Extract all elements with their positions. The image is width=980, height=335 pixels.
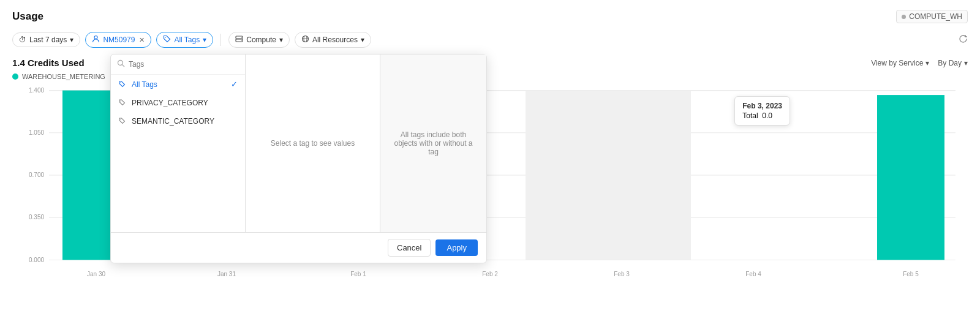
bar-feb3-bg — [526, 91, 691, 260]
dropdown-columns: All Tags ✓ PRIVACY_CATEGORY — [111, 55, 486, 232]
svg-text:Feb 2: Feb 2 — [482, 271, 498, 277]
svg-line-3 — [123, 65, 125, 67]
view-by-service-button[interactable]: View by Service ▾ — [871, 59, 929, 67]
by-day-label: By Day — [938, 59, 962, 67]
svg-point-10 — [241, 40, 242, 40]
user-filter[interactable]: NM50979 ✕ — [85, 32, 151, 48]
svg-text:Jan 31: Jan 31 — [217, 271, 236, 277]
tags-search-row[interactable] — [111, 55, 245, 75]
view-by-chevron-icon: ▾ — [925, 59, 929, 67]
bar-feb5[interactable] — [877, 95, 944, 260]
tag-list: All Tags ✓ PRIVACY_CATEGORY — [111, 75, 245, 232]
tag-item-label-all-tags: All Tags — [132, 80, 157, 89]
view-by-label: View by Service — [871, 59, 923, 67]
svg-text:1.400: 1.400 — [29, 87, 44, 94]
user-icon — [92, 35, 100, 45]
cancel-button[interactable]: Cancel — [388, 239, 431, 257]
page-container: Usage COMPUTE_WH ⏱ Last 7 days ▾ NM50979… — [0, 0, 980, 335]
tags-column: All Tags ✓ PRIVACY_CATEGORY — [111, 55, 246, 232]
tag-item-icon-privacy — [118, 99, 127, 107]
refresh-button[interactable] — [959, 34, 968, 45]
chart-tooltip: Feb 3, 2023 Total 0.0 — [734, 96, 790, 126]
compute-badge-label: COMPUTE_WH — [909, 12, 962, 21]
compute-badge: COMPUTE_WH — [896, 10, 968, 23]
tags-filter-label: All Tags — [174, 36, 200, 44]
filter-separator — [221, 34, 221, 46]
svg-point-0 — [94, 36, 97, 39]
tooltip-total: Total 0.0 — [742, 111, 782, 120]
by-day-button[interactable]: By Day ▾ — [938, 59, 968, 67]
tags-search-input[interactable] — [129, 60, 239, 69]
svg-text:Feb 5: Feb 5 — [903, 271, 919, 277]
resources-filter[interactable]: All Resources ▾ — [295, 32, 371, 48]
svg-point-5 — [120, 100, 121, 101]
svg-text:Feb 4: Feb 4 — [745, 271, 761, 277]
tag-item-semantic[interactable]: SEMANTIC_CATEGORY — [111, 112, 245, 130]
svg-point-9 — [241, 37, 242, 37]
svg-point-2 — [118, 61, 123, 66]
check-icon-all-tags: ✓ — [231, 80, 238, 89]
credits-title: 1.4 Credits Used — [12, 58, 85, 68]
compute-chevron-icon: ▾ — [279, 36, 283, 44]
tag-icon — [163, 35, 171, 45]
chart-controls: View by Service ▾ By Day ▾ — [871, 59, 968, 67]
chevron-down-icon: ▾ — [70, 36, 74, 44]
compute-status-dot — [902, 15, 906, 19]
info-text: All tags include both objects with or wi… — [390, 130, 477, 156]
tag-item-label-privacy: PRIVACY_CATEGORY — [132, 99, 208, 107]
svg-text:0.000: 0.000 — [29, 256, 44, 263]
server-icon — [235, 35, 243, 45]
by-day-chevron-icon: ▾ — [964, 59, 968, 67]
svg-text:0.700: 0.700 — [29, 171, 44, 178]
svg-text:Jan 30: Jan 30 — [87, 271, 105, 277]
page-title: Usage — [12, 10, 43, 23]
user-filter-remove[interactable]: ✕ — [139, 36, 145, 44]
tags-filter[interactable]: All Tags ▾ — [156, 32, 213, 48]
svg-point-1 — [165, 37, 167, 38]
info-column: All tags include both objects with or wi… — [380, 55, 486, 232]
values-column: Select a tag to see values — [246, 55, 380, 232]
clock-icon: ⏱ — [19, 36, 26, 44]
tags-dropdown-panel: All Tags ✓ PRIVACY_CATEGORY — [110, 54, 487, 263]
tag-item-icon-all — [118, 80, 127, 89]
svg-text:1.050: 1.050 — [29, 129, 44, 136]
tags-chevron-icon: ▾ — [203, 36, 206, 44]
time-range-filter[interactable]: ⏱ Last 7 days ▾ — [12, 32, 80, 47]
dropdown-footer: Cancel Apply — [111, 232, 486, 263]
tag-item-privacy[interactable]: PRIVACY_CATEGORY — [111, 94, 245, 112]
svg-point-6 — [120, 119, 121, 119]
tooltip-label: Total — [742, 111, 758, 120]
user-filter-label: NM50979 — [103, 36, 135, 44]
resources-chevron-icon: ▾ — [361, 36, 364, 44]
tooltip-date: Feb 3, 2023 — [742, 102, 782, 110]
header-row: Usage COMPUTE_WH — [12, 10, 968, 23]
apply-button[interactable]: Apply — [435, 239, 478, 256]
svg-text:0.350: 0.350 — [29, 214, 44, 220]
search-icon — [117, 59, 125, 69]
tag-item-icon-semantic — [118, 117, 127, 126]
values-placeholder: Select a tag to see values — [271, 139, 355, 148]
tag-item-label-semantic: SEMANTIC_CATEGORY — [132, 117, 214, 126]
time-range-label: Last 7 days — [29, 36, 67, 44]
svg-point-4 — [120, 82, 121, 83]
legend-dot — [12, 73, 18, 80]
svg-text:Feb 3: Feb 3 — [614, 271, 630, 277]
filters-row: ⏱ Last 7 days ▾ NM50979 ✕ All Tags — [12, 32, 968, 48]
tag-item-all-tags[interactable]: All Tags ✓ — [111, 75, 245, 94]
resources-filter-label: All Resources — [312, 36, 358, 44]
svg-text:Feb 1: Feb 1 — [350, 271, 366, 277]
grid-icon — [301, 35, 309, 45]
tooltip-value: 0.0 — [762, 111, 772, 120]
compute-filter[interactable]: Compute ▾ — [228, 32, 290, 48]
compute-filter-label: Compute — [246, 36, 276, 44]
legend-label: WAREHOUSE_METERING — [22, 73, 105, 80]
